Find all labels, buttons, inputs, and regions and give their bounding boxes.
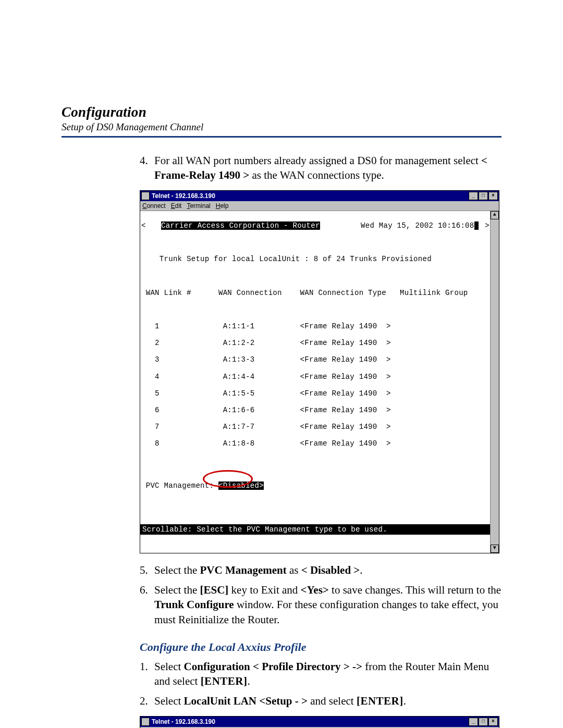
menubar: Connect Edit Terminal Help	[140, 201, 499, 211]
telnet-window-1: Telnet - 192.168.3.190 _ □ × Connect Edi…	[140, 190, 499, 553]
s2-step-2: 2. Select LocalUnit LAN <Setup - > and s…	[140, 694, 501, 708]
maximize-button[interactable]: □	[479, 192, 488, 200]
step-text: For all WAN port numbers already assigne…	[154, 153, 501, 183]
telnet-window-2: Telnet - 192.168.3.190 _ □ × Connect Edi…	[140, 716, 499, 728]
window-icon	[141, 192, 150, 200]
trunk-setup-line: Trunk Setup for local LocalUnit : 8 of 2…	[160, 255, 432, 263]
page-subtitle: Setup of DS0 Management Channel	[62, 121, 501, 133]
banner: Carrier Access Corporation - Router	[161, 221, 320, 230]
scrollbar[interactable]: ▲ ▼	[490, 211, 499, 553]
col-wan-type: WAN Connection Type	[300, 289, 386, 297]
pvc-management-value[interactable]: <Disabled>	[218, 482, 264, 490]
terminal-footer: Scrollable: Select the PVC Management ty…	[140, 524, 491, 535]
step-list-3: 1. Select Configuration < Profile Direct…	[140, 659, 501, 709]
s2-step-1: 1. Select Configuration < Profile Direct…	[140, 659, 501, 689]
step-5: 5. Select the PVC Management as < Disabl…	[140, 563, 501, 577]
titlebar[interactable]: Telnet - 192.168.3.190 _ □ ×	[140, 191, 499, 201]
scroll-down-icon[interactable]: ▼	[491, 545, 499, 553]
page-header: Configuration Setup of DS0 Management Ch…	[62, 104, 501, 133]
step-6: 6. Select the [ESC] key to Exit and <Yes…	[140, 583, 501, 627]
step-number: 4.	[140, 153, 154, 183]
maximize-button[interactable]: □	[479, 718, 488, 726]
step-list-2: 5. Select the PVC Management as < Disabl…	[140, 563, 501, 627]
window-title: Telnet - 192.168.3.190	[152, 192, 469, 200]
datetime: Wed May 15, 2002 10:16:08	[361, 221, 474, 230]
pvc-management-label: PVC Management:	[146, 482, 218, 490]
row-type[interactable]: <Frame Relay 1490 >	[300, 322, 391, 330]
scroll-up-icon[interactable]: ▲	[491, 211, 499, 219]
window-icon	[141, 718, 150, 726]
header-rule	[62, 136, 501, 138]
window-title: Telnet - 192.168.3.190	[152, 718, 469, 726]
step-list-1: 4. For all WAN port numbers already assi…	[140, 153, 501, 183]
body-content: 4. For all WAN port numbers already assi…	[140, 153, 501, 728]
page-title: Configuration	[62, 104, 501, 120]
terminal-content: < Carrier Access Corporation - Router We…	[141, 213, 489, 553]
close-button[interactable]: ×	[488, 192, 498, 200]
menu-terminal[interactable]: Terminal	[187, 202, 210, 210]
col-multilink: Multilink Group	[400, 289, 468, 297]
document-page: Configuration Setup of DS0 Management Ch…	[0, 0, 563, 728]
minimize-button[interactable]: _	[469, 718, 478, 726]
minimize-button[interactable]: _	[469, 192, 478, 200]
row-conn: A:1:1-1	[223, 322, 255, 330]
row-num: 1	[155, 322, 160, 330]
menu-help[interactable]: Help	[216, 202, 229, 210]
menu-connect[interactable]: Connect	[142, 202, 166, 210]
section-heading: Configure the Local Axxius Profile	[140, 639, 501, 655]
step-4: 4. For all WAN port numbers already assi…	[140, 153, 501, 183]
col-wan-link: WAN Link #	[146, 289, 191, 297]
titlebar[interactable]: Telnet - 192.168.3.190 _ □ ×	[140, 717, 499, 727]
terminal-area[interactable]: ▲ ▼ < Carrier Access Corporation - Route…	[140, 211, 499, 553]
menu-edit[interactable]: Edit	[171, 202, 182, 210]
close-button[interactable]: ×	[488, 718, 498, 726]
col-wan-conn: WAN Connection	[218, 289, 282, 297]
window-buttons: _ □ ×	[469, 718, 498, 726]
window-buttons: _ □ ×	[469, 192, 498, 200]
